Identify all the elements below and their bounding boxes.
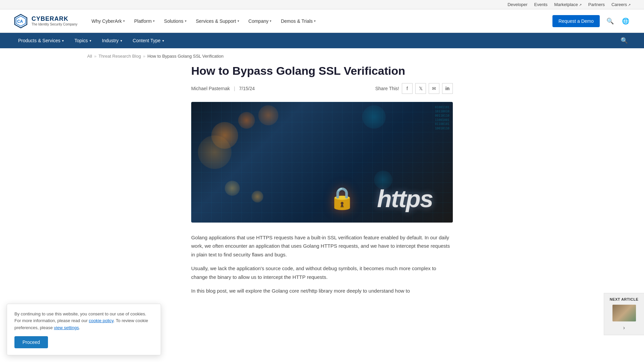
chevron-down-icon: ▾ <box>120 39 122 43</box>
next-article-panel[interactable]: NEXT ARTICLE › <box>604 293 644 314</box>
article-date: 7/15/24 <box>239 86 255 91</box>
language-button[interactable]: 🌐 <box>621 16 631 26</box>
breadcrumb-separator: » <box>143 54 145 59</box>
email-icon: ✉ <box>432 86 436 91</box>
bokeh-circle <box>225 181 240 196</box>
nav-platform[interactable]: Platform ▾ <box>130 16 159 26</box>
share-facebook-button[interactable]: f <box>402 83 413 94</box>
breadcrumb-separator: » <box>94 54 96 59</box>
utility-marketplace[interactable]: Marketplace <box>554 2 582 7</box>
article-author: Michael Pasternak <box>191 86 230 91</box>
linkedin-icon: in <box>445 86 449 91</box>
breadcrumb-threat-research[interactable]: Threat Research Blog <box>99 54 141 59</box>
article-paragraph: Golang applications that use HTTPS reque… <box>191 233 453 259</box>
main-nav: CA CYBERARK The Identity Security Compan… <box>0 9 644 33</box>
request-demo-button[interactable]: Request a Demo <box>552 15 600 27</box>
nav-right: Request a Demo 🔍 🌐 <box>552 15 631 27</box>
secondary-search-area: 🔍 <box>618 36 631 46</box>
https-text: https <box>377 185 433 213</box>
binary-overlay: 0100110110110010001101101100100101100101… <box>435 105 449 131</box>
nav-solutions[interactable]: Solutions ▾ <box>160 16 191 26</box>
chevron-down-icon: ▾ <box>237 19 239 23</box>
breadcrumb: All » Threat Research Blog » How to Bypa… <box>0 48 644 64</box>
secondary-nav-topics[interactable]: Topics ▾ <box>70 35 96 46</box>
nav-services-support[interactable]: Services & Support ▾ <box>192 16 243 26</box>
nav-links: Why CyberArk ▾ Platform ▾ Solutions ▾ Se… <box>88 16 552 26</box>
logo-name: CYBERARK <box>32 16 77 22</box>
search-icon: 🔍 <box>621 37 628 44</box>
globe-icon: 🌐 <box>622 18 629 24</box>
next-article-thumbnail <box>612 305 636 314</box>
nav-company[interactable]: Company ▾ <box>245 16 276 26</box>
breadcrumb-all[interactable]: All <box>87 54 92 59</box>
article-paragraph: Usually, we lack the application's sourc… <box>191 264 453 281</box>
next-article-label: NEXT ARTICLE <box>610 297 639 301</box>
facebook-icon: f <box>407 86 408 91</box>
breadcrumb-current: How to Bypass Golang SSL Verification <box>147 54 223 59</box>
bokeh-circle <box>238 112 255 129</box>
secondary-nav-industry[interactable]: Industry ▾ <box>97 35 127 46</box>
bokeh-circle <box>362 105 386 129</box>
secondary-nav-products-services[interactable]: Products & Services ▾ <box>13 35 68 46</box>
logo[interactable]: CA CYBERARK The Identity Security Compan… <box>13 14 77 28</box>
article-paragraph: In this blog post, we will explore the G… <box>191 287 453 295</box>
meta-divider: | <box>234 86 235 91</box>
article-hero-image: 🔒 https 01001101101100100011011011001001… <box>191 102 453 223</box>
utility-careers[interactable]: Careers <box>611 2 631 7</box>
secondary-nav: Products & Services ▾ Topics ▾ Industry … <box>0 33 644 48</box>
logo-icon: CA <box>13 14 28 28</box>
secondary-nav-content-type[interactable]: Content Type ▾ <box>128 35 169 46</box>
share-twitter-button[interactable]: 𝕏 <box>415 83 426 94</box>
logo-tagline: The Identity Security Company <box>32 22 77 26</box>
search-icon: 🔍 <box>606 18 614 24</box>
article-container: How to Bypass Golang SSL Verification Mi… <box>178 64 466 314</box>
article-body: Golang applications that use HTTPS reque… <box>191 233 453 295</box>
chevron-down-icon: ▾ <box>270 19 271 23</box>
nav-why-cyberark[interactable]: Why CyberArk ▾ <box>88 16 129 26</box>
bokeh-circle <box>252 191 263 202</box>
utility-events[interactable]: Events <box>534 2 547 7</box>
chevron-down-icon: ▾ <box>62 39 64 43</box>
search-button[interactable]: 🔍 <box>605 16 615 26</box>
bokeh-circle <box>258 105 278 125</box>
secondary-search-button[interactable]: 🔍 <box>618 36 631 46</box>
cookie-banner: By continuing to use this website, you c… <box>7 304 161 314</box>
svg-text:CA: CA <box>17 19 23 24</box>
lock-icon: 🔒 <box>329 186 356 211</box>
chevron-down-icon: ▾ <box>314 19 316 23</box>
share-label: Share This! <box>375 86 399 91</box>
cookie-text-before: By continuing to use this website, you c… <box>14 311 146 314</box>
article-title: How to Bypass Golang SSL Verification <box>191 64 453 78</box>
cookie-text: By continuing to use this website, you c… <box>14 311 153 314</box>
chevron-down-icon: ▾ <box>153 19 155 23</box>
share-email-button[interactable]: ✉ <box>429 83 439 94</box>
twitter-icon: 𝕏 <box>419 86 423 91</box>
utility-partners[interactable]: Partners <box>588 2 605 7</box>
nav-demos-trials[interactable]: Demos & Trials ▾ <box>277 16 320 26</box>
bokeh-circle <box>198 135 231 169</box>
share-area: Share This! f 𝕏 ✉ in <box>375 83 453 94</box>
chevron-down-icon: ▾ <box>123 19 125 23</box>
chevron-down-icon: ▾ <box>90 39 91 43</box>
chevron-down-icon: ▾ <box>185 19 186 23</box>
article-meta: Michael Pasternak | 7/15/24 Share This! … <box>191 83 453 94</box>
utility-developer[interactable]: Developer <box>507 2 527 7</box>
share-linkedin-button[interactable]: in <box>442 83 453 94</box>
utility-bar: Developer Events Marketplace Partners Ca… <box>0 0 644 9</box>
chevron-down-icon: ▾ <box>162 39 164 43</box>
